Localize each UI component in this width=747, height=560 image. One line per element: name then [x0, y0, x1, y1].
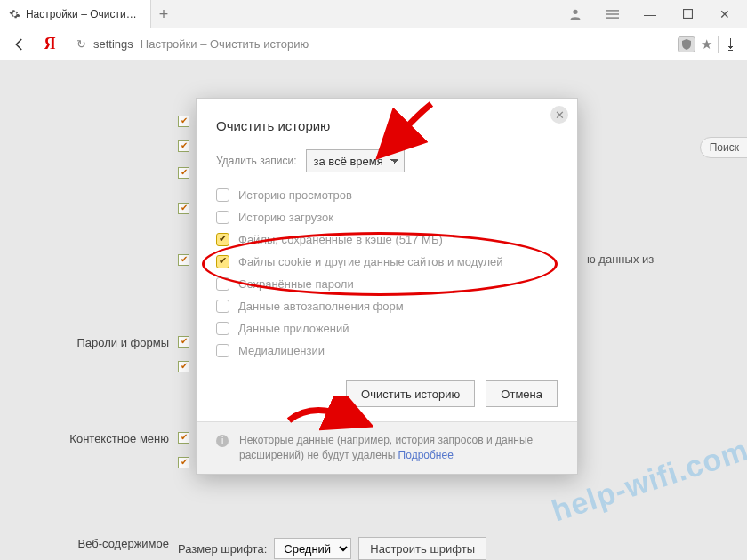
checkbox[interactable] — [216, 255, 229, 268]
dialog-title: Очистить историю — [216, 118, 558, 133]
option-label: Файлы, сохранённые в кэше (517 МБ) — [238, 233, 443, 246]
bg-checkbox — [178, 167, 189, 179]
svg-rect-3 — [606, 17, 619, 18]
back-button[interactable] — [9, 34, 30, 55]
checkbox[interactable] — [216, 322, 229, 335]
profile-icon[interactable] — [560, 7, 590, 21]
clear-option-2[interactable]: Файлы, сохранённые в кэше (517 МБ) — [216, 233, 558, 246]
protect-icon[interactable] — [678, 36, 695, 52]
learn-more-link[interactable]: Подробнее — [398, 449, 454, 461]
new-tab-button[interactable]: + — [151, 0, 176, 28]
option-label: Файлы cookie и другие данные сайтов и мо… — [238, 255, 503, 268]
tab-title: Настройки – Очистить ис — [26, 8, 141, 20]
option-label: Данные автозаполнения форм — [238, 300, 404, 313]
menu-icon[interactable] — [598, 8, 628, 20]
yandex-logo[interactable]: Я — [39, 34, 60, 55]
option-label: Историю просмотров — [238, 188, 352, 202]
cancel-button[interactable]: Отмена — [486, 380, 558, 407]
clear-option-3[interactable]: Файлы cookie и другие данные сайтов и мо… — [216, 255, 558, 268]
bg-checkbox — [178, 336, 189, 348]
bg-checkbox — [178, 140, 189, 152]
address-bar[interactable]: ↻ settings Настройки – Очистить историю — [69, 33, 669, 56]
checkbox[interactable] — [216, 211, 229, 224]
url-scheme: settings — [93, 37, 133, 51]
section-passwords: Пароли и формы — [53, 336, 169, 349]
bookmark-star-icon[interactable]: ★ — [701, 36, 712, 52]
info-icon: i — [216, 435, 229, 447]
svg-rect-2 — [606, 13, 619, 14]
svg-rect-4 — [683, 10, 692, 19]
clear-option-7[interactable]: Медиалицензии — [216, 344, 558, 357]
bg-checkbox — [178, 203, 189, 214]
window-close[interactable]: ✕ — [710, 7, 740, 21]
bg-text-fragment: ю данных из — [587, 252, 654, 266]
svg-rect-1 — [606, 10, 619, 11]
gear-icon — [9, 8, 20, 20]
checkbox[interactable] — [216, 300, 229, 313]
clear-history-dialog: ✕ Очистить историю Удалить записи: за вс… — [196, 98, 578, 475]
section-context-menu: Контекстное меню — [53, 432, 169, 445]
clear-history-button[interactable]: Очистить историю — [346, 380, 475, 407]
bg-checkbox — [178, 432, 189, 444]
browser-tab[interactable]: Настройки – Очистить ис — [0, 0, 151, 28]
bg-checkbox — [178, 116, 189, 127]
settings-search[interactable]: Поиск — [700, 137, 747, 158]
clear-option-4[interactable]: Сохранённые пароли — [216, 277, 558, 291]
window-minimize[interactable]: — — [635, 7, 665, 21]
checkbox[interactable] — [216, 188, 229, 202]
clear-option-1[interactable]: Историю загрузок — [216, 211, 558, 224]
checkbox[interactable] — [216, 344, 229, 357]
option-label: Сохранённые пароли — [238, 277, 354, 291]
configure-fonts-button[interactable]: Настроить шрифты — [358, 537, 486, 560]
checkbox[interactable] — [216, 277, 229, 291]
option-label: Данные приложений — [238, 322, 349, 335]
time-range-label: Удалить записи: — [216, 155, 297, 167]
font-size-label: Размер шрифта: — [178, 542, 267, 556]
window-maximize[interactable] — [672, 9, 703, 19]
font-size-select[interactable]: Средний — [274, 538, 351, 559]
option-label: Медиалицензии — [238, 344, 325, 357]
bg-checkbox — [178, 254, 189, 266]
reload-icon[interactable]: ↻ — [76, 37, 86, 51]
downloads-icon[interactable]: ⭳ — [724, 36, 738, 52]
clear-option-0[interactable]: Историю просмотров — [216, 188, 558, 202]
url-page-title: Настройки – Очистить историю — [141, 37, 309, 51]
checkbox[interactable] — [216, 233, 229, 246]
close-icon[interactable]: ✕ — [550, 106, 568, 124]
option-label: Историю загрузок — [238, 211, 333, 224]
bg-checkbox — [178, 361, 189, 372]
footer-note: Некоторые данные (например, история запр… — [239, 433, 558, 463]
time-range-select[interactable]: за всё время — [306, 149, 405, 172]
bg-checkbox — [178, 457, 189, 468]
svg-point-0 — [573, 9, 577, 13]
section-web-content: Веб-содержимое — [53, 537, 169, 550]
clear-option-6[interactable]: Данные приложений — [216, 322, 558, 335]
clear-option-5[interactable]: Данные автозаполнения форм — [216, 300, 558, 313]
